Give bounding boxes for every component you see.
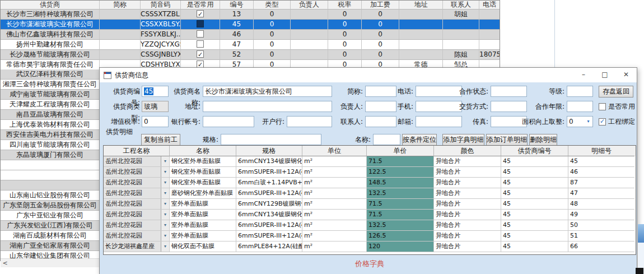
supplier-table-column-header[interactable]: 供货商 <box>1 1 100 10</box>
grid-column-header[interactable]: 单位 <box>302 146 367 156</box>
supplier-list-item[interactable]: 广东兴发铝业(江西)有限公司 <box>1 221 99 231</box>
supplier-type-input[interactable]: 玻璃 <box>142 101 169 112</box>
project-bind-checkbox[interactable]: 工程绑定 <box>599 116 635 127</box>
combo-dropdown-icon[interactable] <box>161 199 169 209</box>
add-dict-detail-button[interactable]: 添加字典明细 <box>442 134 484 146</box>
project-cell[interactable]: 岳州北控花园 <box>104 231 170 242</box>
supplier-list-item[interactable]: 湘潭三金特种玻璃有限责任公司 <box>1 80 99 90</box>
supplier-list-item[interactable]: 山东南山铝业股份有限公司 <box>1 191 99 201</box>
grade-input[interactable] <box>567 86 593 97</box>
save-return-button[interactable]: 存盘返回 <box>599 86 633 97</box>
grid-column-header[interactable]: 颜色 <box>434 146 501 156</box>
grid-row[interactable]: 岳州北控花园 室外单面贴膜 6mmSUPER-III+12A(硅... m² 1… <box>104 231 636 242</box>
row-checkbox[interactable] <box>197 10 204 17</box>
cell-unit-price[interactable]: 122.5 <box>367 167 434 178</box>
spec-filter-input[interactable] <box>221 134 321 145</box>
grid-row[interactable]: 岳州北控花园 钢化室外单面贴膜 6mmSUPER-III+12A(硅... m²… <box>104 167 636 178</box>
supplier-list-item[interactable]: 咸宁南玻节能玻璃有限公司 <box>1 90 99 100</box>
grid-row[interactable]: 岳州北控花园 磨砂钢化室外单面贴膜 6mmSUPER-III+12A(硅... … <box>104 188 636 199</box>
cell-unit-price[interactable]: 71.5 <box>367 199 434 210</box>
coop-years-input[interactable] <box>567 101 593 112</box>
supplier-table-column-header[interactable]: 编号 <box>220 1 254 10</box>
cell-unit-price[interactable]: 132.5 <box>367 188 434 199</box>
supplier-name-input[interactable]: 长沙市潇湘玻璃实业有限公司 <box>203 86 332 97</box>
scrollbar-up-icon[interactable]: ^ <box>491 1 495 7</box>
supplier-table-column-header[interactable]: 简称 <box>100 1 141 10</box>
supplier-list-item[interactable] <box>1 160 99 170</box>
grid-row[interactable]: 长沙龙湖祺鑫星座 钢化双面不贴膜 6mmPLE84+12A(硅酮胶... m² … <box>104 242 636 252</box>
row-checkbox[interactable] <box>197 20 204 27</box>
supplier-list-item[interactable]: 广东坚朗五金制品股份有限公司 <box>1 201 99 211</box>
supplier-list-item[interactable]: 东晶玻璃厦门有限公司 <box>1 150 99 160</box>
add-order-detail-button[interactable]: 添加订单明细 <box>486 134 528 146</box>
project-cell[interactable]: 岳州北控花园 <box>104 178 170 188</box>
supplier-table-row[interactable]: 长沙市三湘特种玻璃有限公司 CSSSXTZBL... 13 0 0 0 胡姐 <box>1 10 500 20</box>
delete-detail-button[interactable]: 删除明细 <box>529 134 557 146</box>
supplier-table-column-header[interactable]: 是否常用 <box>181 1 220 10</box>
grid-column-header[interactable]: 名称 <box>170 146 236 156</box>
supplier-list-item[interactable]: 上海优泰装饰材料有限公司 <box>1 120 99 130</box>
combo-dropdown-icon[interactable] <box>161 178 169 188</box>
grid-column-header[interactable]: 规格 <box>236 146 302 156</box>
scroll-left-icon[interactable]: < <box>1 259 10 267</box>
supplier-table-column-header[interactable]: 简音码 <box>141 1 181 10</box>
project-cell[interactable]: 岳州北控花园 <box>104 188 170 199</box>
supplier-list-item[interactable] <box>1 180 99 191</box>
vat-rate-input[interactable]: 0 <box>142 116 169 127</box>
combo-dropdown-icon[interactable] <box>161 242 169 252</box>
supplier-table-column-header[interactable]: 地址 <box>399 1 443 10</box>
address-input[interactable] <box>203 101 332 112</box>
grid-row[interactable]: 岳州北控花园 室外单面贴膜 6mmSUPER-III+12A(硅... m² 1… <box>104 220 636 231</box>
supplier-table-row[interactable]: 长沙晟格节能玻璃有限公司 CSSGJNBLYXGS 52 0 0 0 陈姐 18… <box>1 50 500 60</box>
minimize-icon[interactable]: – <box>573 68 594 82</box>
grid-row[interactable]: 岳州北控花园 钢化室外单面贴膜 6mm白玻+1.14PVB+6mm... m² … <box>104 178 636 188</box>
supplier-no-input[interactable]: 45 <box>142 86 169 97</box>
supplier-table-row[interactable]: 佛山市亿鑫玻璃科技有限公司 FSSYXBLKJ... 46 0 0 0 <box>1 30 500 40</box>
name-filter-input[interactable] <box>373 134 400 145</box>
supplier-list-item[interactable]: 湖南广亚全铝家居有限公司 <box>1 241 99 251</box>
cell-unit-price[interactable]: 120 <box>367 242 434 252</box>
supplier-list-item[interactable]: 四川南玻节能玻璃有限公司 <box>1 140 99 150</box>
supplier-list-item[interactable]: 广东中亚铝业有限公司 <box>1 211 99 221</box>
supplier-table-column-header[interactable]: 电话 <box>479 1 500 10</box>
project-cell[interactable]: 岳州北控花园 <box>104 210 170 220</box>
bank-account-input[interactable] <box>203 116 254 127</box>
bank-name-input[interactable] <box>287 116 332 127</box>
grid-row[interactable]: 岳州北控花园 室外单面贴膜 6mmCNY129B镀膜钢化 m² 71.5 异地合… <box>104 199 636 210</box>
row-checkbox[interactable] <box>197 40 204 48</box>
grid-column-header[interactable]: 工程名称 <box>104 146 170 156</box>
row-checkbox[interactable] <box>197 30 204 38</box>
cell-unit-price[interactable]: 132.5 <box>367 220 434 231</box>
project-cell[interactable]: 岳州北控花园 <box>104 199 170 210</box>
combo-dropdown-icon[interactable] <box>161 220 169 230</box>
row-checkbox[interactable] <box>197 50 204 58</box>
grid-column-header[interactable]: 供货商编号 <box>501 146 568 156</box>
often-used-checkbox[interactable]: 是否常用 <box>599 101 635 112</box>
supplier-list-item[interactable] <box>1 170 99 180</box>
project-cell[interactable]: 岳州北控花园 <box>104 167 170 178</box>
supplier-list-item[interactable]: 武汉亿泽科技有限公司 <box>1 69 99 80</box>
combo-dropdown-icon[interactable] <box>161 210 169 220</box>
supplier-list-item[interactable]: 南昌亚晶玻璃有限公司 <box>1 110 99 120</box>
cell-unit-price[interactable]: 71.5 <box>367 210 434 220</box>
supplier-table-column-header[interactable]: 类型 <box>254 1 291 10</box>
grid-row[interactable]: 岳州北控花园 室外单面贴膜 6mmCNY134镀膜钢化 m² 71.5 异地合片… <box>104 210 636 220</box>
project-cell[interactable]: 岳州北控花园 <box>104 220 170 231</box>
supplier-table-column-header[interactable]: 联系人 <box>443 1 479 10</box>
grid-column-header[interactable]: 明细号 <box>568 146 634 156</box>
combo-dropdown-icon[interactable] <box>161 231 169 241</box>
combo-dropdown-icon[interactable] <box>161 188 169 198</box>
cell-unit-price[interactable]: 126.5 <box>367 231 434 242</box>
supplier-list-item[interactable]: 湖南百成新材料有限公司 <box>1 231 99 241</box>
supplier-table-column-header[interactable]: 加工费 <box>362 1 399 10</box>
supplier-table-row[interactable]: 扬州中勤建材有限公司 YZZQJCYXGS 47 0 0 0 <box>1 40 500 50</box>
row-checkbox[interactable] <box>197 61 204 68</box>
close-icon[interactable]: ✕ <box>615 68 637 82</box>
locate-by-condition-button[interactable]: 按条件定位 <box>402 134 437 146</box>
maximize-icon[interactable]: □ <box>594 68 615 82</box>
supplier-list-item[interactable]: 西安佳吉美电力科技有限公司 <box>1 130 99 140</box>
cell-unit-price[interactable]: 148.5 <box>367 178 434 188</box>
area-round-up-combo[interactable]: 0▾ <box>567 116 593 127</box>
horizontal-scrollbar[interactable]: < <box>1 258 99 267</box>
checkbox[interactable] <box>599 103 606 110</box>
